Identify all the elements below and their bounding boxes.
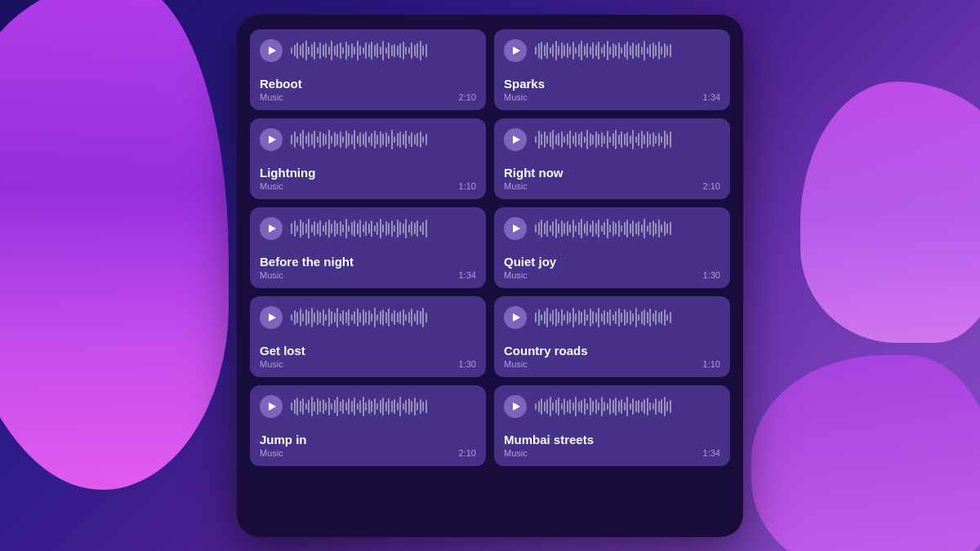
waveform-bar: [300, 133, 301, 146]
waveform-bar: [592, 311, 594, 324]
play-button[interactable]: [260, 306, 283, 329]
waveform-bar: [618, 309, 620, 327]
waveform-bar: [357, 136, 359, 144]
waveform-bar: [635, 136, 637, 143]
waveform-bar: [422, 222, 424, 235]
play-button[interactable]: [504, 306, 527, 329]
play-button[interactable]: [504, 395, 527, 418]
music-card[interactable]: Right nowMusic2:10: [494, 118, 730, 199]
waveform-bar: [567, 134, 568, 145]
waveform-bar: [311, 308, 313, 327]
play-button[interactable]: [260, 128, 283, 151]
waveform-bar: [626, 312, 628, 323]
waveform: [291, 395, 476, 418]
waveform-bar: [546, 136, 548, 144]
waveform-bar: [647, 312, 648, 323]
waveform-bar: [300, 220, 301, 238]
waveform-bar: [546, 42, 548, 59]
waveform-bar: [561, 309, 563, 326]
waveform-bar: [569, 131, 571, 149]
waveform-bar: [394, 225, 395, 232]
play-button[interactable]: [260, 395, 283, 418]
waveform-bar: [331, 311, 332, 324]
waveform-bar: [319, 312, 321, 323]
waveform-bar: [612, 221, 614, 236]
waveform-bar: [308, 219, 310, 238]
play-button[interactable]: [504, 217, 527, 240]
waveform-bar: [380, 47, 381, 55]
waveform-bar: [544, 402, 546, 411]
play-button[interactable]: [504, 128, 527, 151]
play-button[interactable]: [260, 217, 283, 240]
music-card[interactable]: Country roadsMusic1:10: [494, 296, 730, 377]
waveform-bar: [305, 309, 307, 326]
waveform-bar: [314, 402, 315, 411]
waveform-bar: [586, 403, 588, 410]
waveform-bar: [555, 309, 557, 327]
waveform-bar: [388, 136, 390, 144]
music-card[interactable]: Jump inMusic2:10: [250, 385, 486, 466]
waveform-bar: [635, 308, 637, 327]
card-info: SparksMusic: [504, 77, 703, 102]
waveform-bar: [345, 219, 347, 238]
waveform-bar: [359, 220, 361, 238]
waveform-bar: [552, 44, 554, 57]
music-card[interactable]: Before the nightMusic1:34: [250, 207, 486, 288]
waveform-bar: [414, 45, 416, 56]
play-icon: [269, 224, 276, 233]
waveform-bar: [382, 398, 384, 415]
card-bottom-row: Quiet joyMusic1:30: [504, 255, 720, 280]
waveform-bar: [408, 398, 410, 415]
waveform-bar: [644, 41, 645, 60]
card-info: Before the nightMusic: [260, 255, 459, 280]
music-card[interactable]: Get lostMusic1:30: [250, 296, 486, 377]
waveform-bar: [564, 136, 565, 143]
play-button[interactable]: [260, 39, 283, 62]
music-card[interactable]: Mumbai streetsMusic1:34: [494, 385, 730, 466]
waveform-bar: [561, 131, 563, 148]
waveform-bar: [336, 134, 338, 145]
waveform-bar: [581, 41, 582, 60]
waveform-bar: [595, 131, 597, 148]
waveform-bar: [595, 223, 597, 234]
track-duration: 1:30: [703, 270, 720, 280]
waveform-bar: [300, 401, 301, 412]
music-card[interactable]: SparksMusic1:34: [494, 29, 730, 110]
waveform-bar: [348, 398, 350, 415]
waveform-bar: [399, 222, 401, 235]
music-card[interactable]: LightningMusic1:10: [250, 118, 486, 199]
track-title: Country roads: [504, 344, 703, 358]
play-button[interactable]: [504, 39, 527, 62]
waveform-bar: [664, 131, 666, 149]
waveform-bar: [345, 131, 347, 149]
waveform-bar: [535, 136, 537, 143]
waveform-bar: [609, 398, 611, 415]
music-card[interactable]: Quiet joyMusic1:30: [494, 207, 730, 288]
waveform-bar: [302, 222, 304, 235]
waveform-bar: [538, 131, 540, 149]
waveform-bar: [653, 403, 654, 410]
waveform-bar: [328, 130, 330, 149]
waveform-bar: [363, 397, 364, 416]
waveform-bar: [661, 136, 662, 143]
waveform-bar: [345, 402, 347, 411]
waveform-bar: [308, 311, 310, 324]
waveform-bar: [403, 134, 404, 145]
waveform-bar: [354, 220, 355, 237]
waveform-bar: [391, 220, 393, 237]
waveform-bar: [394, 310, 395, 325]
waveform-bar: [626, 132, 628, 147]
waveform-bar: [670, 44, 671, 57]
waveform-bar: [425, 134, 427, 145]
waveform-bar: [331, 41, 332, 60]
waveform-bar: [336, 223, 338, 234]
waveform-bar: [397, 402, 399, 411]
waveform-bar: [317, 136, 318, 143]
waveform-bar: [334, 46, 336, 56]
waveform-bar: [397, 313, 399, 322]
waveform-bar: [359, 46, 361, 56]
waveform-bar: [357, 403, 359, 410]
music-card[interactable]: RebootMusic2:10: [250, 29, 486, 110]
waveform-bar: [550, 132, 551, 147]
waveform-bar: [388, 309, 390, 327]
